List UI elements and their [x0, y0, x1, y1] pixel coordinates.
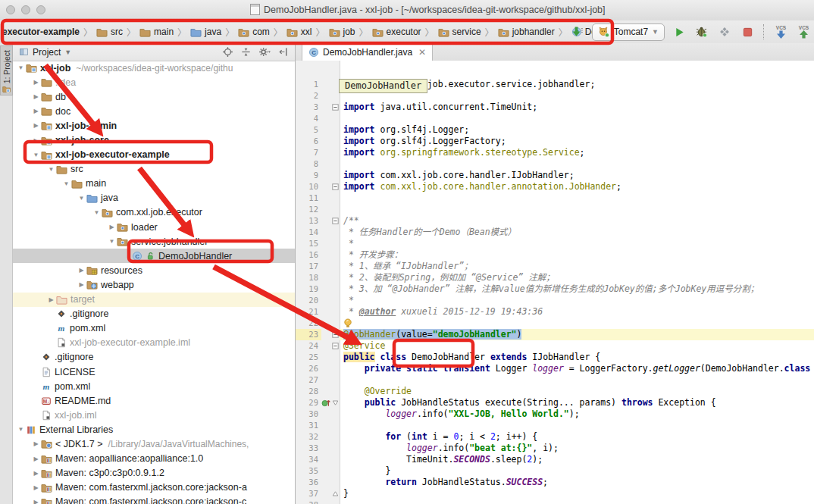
line-number[interactable]: 10 [296, 181, 321, 193]
code-line-26[interactable]: 26 private static transient Logger logge… [296, 363, 814, 374]
line-number[interactable]: 19 [296, 283, 321, 295]
tree-item-com.xxl.job.executor[interactable]: ▼com.xxl.job.executor [13, 205, 295, 220]
code-line-38[interactable]: 38 [296, 499, 814, 504]
code-line-11[interactable]: 11 [296, 193, 814, 204]
code-line-35[interactable]: 35 } [296, 465, 814, 477]
tree-item-readme.md[interactable]: M↓README.md [13, 393, 295, 408]
tree-item-xxl-job[interactable]: ▼xxl-job~/workspaces/idea-git-workspace/… [13, 61, 295, 75]
vcs-commit-button[interactable]: VCS [795, 23, 812, 40]
run-configuration-select[interactable]: Tomcat7 ▼ [592, 23, 665, 41]
collapsed-arrow-icon[interactable]: ▶ [31, 455, 41, 462]
line-number[interactable]: 14 [296, 227, 321, 238]
breadcrumb-item-java[interactable]: java [190, 27, 221, 38]
line-number[interactable]: 16 [296, 249, 321, 261]
expanded-arrow-icon[interactable]: ▼ [46, 166, 56, 173]
line-number[interactable]: 32 [296, 431, 321, 443]
line-number[interactable]: 21 [296, 306, 321, 318]
breadcrumb-item-com[interactable]: com [238, 27, 270, 38]
code-line-13[interactable]: 13/** [296, 215, 814, 227]
code-line-34[interactable]: 34 TimeUnit.SECONDS.sleep(2); [296, 454, 814, 465]
tree-item-.gitignore[interactable]: .gitignore [13, 350, 295, 365]
tree-item-resources[interactable]: ▶resources [13, 263, 295, 277]
tree-item-pom.xml[interactable]: mpom.xml [13, 379, 295, 393]
line-number[interactable]: 1 [296, 79, 321, 90]
code-line-22[interactable]: 22 [296, 318, 814, 329]
breadcrumb-item-service[interactable]: service [438, 27, 481, 38]
tree-item-license[interactable]: LICENSE [13, 365, 295, 379]
line-number[interactable]: 24 [296, 340, 321, 352]
code-line-25[interactable]: 25public class DemoJobHandler extends IJ… [296, 352, 814, 363]
coverage-button[interactable] [716, 23, 733, 40]
code-line-18[interactable]: 18 * 2、装配到Spring，例如加 “@Service” 注解； [296, 272, 814, 283]
tree-item-pom.xml[interactable]: mpom.xml [13, 321, 295, 336]
tree-item-webapp[interactable]: ▶webapp [13, 277, 295, 292]
line-number[interactable]: 35 [296, 465, 321, 477]
code-line-15[interactable]: 15 * [296, 238, 814, 249]
code-line-7[interactable]: 7import org.springframework.stereotype.S… [296, 147, 814, 158]
tree-item-xxl-job-core[interactable]: ▶xxl-job-core [13, 133, 295, 147]
code-line-23[interactable]: 23@JobHander(value="demoJobHandler") [296, 329, 814, 340]
code-line-5[interactable]: 5import org.slf4j.Logger; [296, 124, 814, 136]
line-number[interactable]: 33 [296, 443, 321, 454]
fold-marker-icon[interactable] [330, 183, 340, 190]
tree-item-xxl-job-admin[interactable]: ▶xxl-job-admin [13, 118, 295, 133]
breadcrumb-item-jobhandler[interactable]: jobhandler [498, 27, 555, 38]
code-line-20[interactable]: 20 * [296, 295, 814, 306]
collapsed-arrow-icon[interactable]: ▶ [31, 440, 41, 447]
minimize-window-button[interactable] [21, 5, 30, 14]
code-line-29[interactable]: 29 public JobHandleStatus execute(String… [296, 397, 814, 409]
tree-item-.gitignore[interactable]: .gitignore [13, 307, 295, 321]
line-number[interactable]: 37 [296, 488, 321, 499]
line-number[interactable]: 25 [296, 352, 321, 363]
line-number[interactable]: 22 [296, 318, 321, 329]
run-button[interactable] [671, 23, 687, 40]
collapsed-arrow-icon[interactable]: ▶ [31, 122, 41, 129]
tree-item--jdk1.7-[interactable]: ▶< JDK1.7 >/Library/Java/JavaVirtualMach… [13, 437, 295, 451]
collapsed-arrow-icon[interactable]: ▶ [77, 281, 86, 288]
locate-icon[interactable] [222, 46, 233, 58]
fold-marker-icon[interactable] [330, 218, 340, 224]
code-line-12[interactable]: 12 [296, 204, 814, 215]
fold-marker-icon[interactable] [330, 399, 340, 406]
code-line-32[interactable]: 32 for (int i = 0; i < 2; i++) { [296, 431, 814, 443]
line-number[interactable]: 4 [296, 113, 321, 124]
code-line-19[interactable]: 19 * 3、加 “@JobHander” 注解，注解value值为新增任务生成… [296, 283, 814, 295]
code-line-4[interactable]: 4 [296, 113, 814, 124]
chevron-down-icon[interactable]: ▼ [64, 49, 71, 56]
code-line-3[interactable]: 3import java.util.concurrent.TimeUnit; [296, 102, 814, 113]
expanded-arrow-icon[interactable]: ▼ [92, 209, 102, 216]
code-line-6[interactable]: 6import org.slf4j.LoggerFactory; [296, 136, 814, 147]
code-line-24[interactable]: 24@Service [296, 340, 814, 352]
expanded-arrow-icon[interactable]: ▼ [77, 195, 86, 202]
collapse-all-icon[interactable] [240, 46, 252, 58]
hide-panel-icon[interactable] [277, 46, 289, 58]
line-number[interactable]: 34 [296, 454, 321, 465]
collapsed-arrow-icon[interactable]: ▶ [31, 108, 41, 114]
line-number[interactable]: 38 [296, 499, 321, 504]
expanded-arrow-icon[interactable]: ▼ [31, 152, 41, 158]
tree-item-maven-c3p0-c3p0-0.9.1.2[interactable]: ▶Maven: c3p0:c3p0:0.9.1.2 [13, 466, 295, 481]
tree-item-external-libraries[interactable]: ▼External Libraries [13, 422, 295, 437]
line-number[interactable]: 15 [296, 238, 321, 249]
tab-demojobhandler[interactable]: C DemoJobHandler.java ✕ [302, 43, 433, 61]
code-line-27[interactable]: 27 [296, 374, 814, 386]
stop-button[interactable] [739, 23, 756, 40]
line-number[interactable]: 27 [296, 374, 321, 386]
line-number[interactable]: 6 [296, 136, 321, 147]
tree-item-xxl-job-executor-example[interactable]: ▼xxl-job-executor-example [13, 148, 295, 162]
tree-item-demojobhandler[interactable]: CDemoJobHandler [13, 249, 295, 263]
tree-item-xxl-job-executor-example.iml[interactable]: xxl-job-executor-example.iml [13, 336, 295, 350]
code-line-14[interactable]: 14 * 任务Handler的一个Demo（Bean模式） [296, 227, 814, 238]
tree-item-maven-com.fasterxml.jackson.core-jackson-c[interactable]: ▶Maven: com.fasterxml.jackson.core:jacks… [13, 495, 295, 504]
expanded-arrow-icon[interactable]: ▼ [16, 426, 26, 433]
fold-marker-icon[interactable] [330, 331, 340, 338]
collapsed-arrow-icon[interactable]: ▶ [31, 499, 41, 504]
breadcrumb-item-xxl[interactable]: xxl [286, 27, 312, 38]
tree-item-service.jobhandler[interactable]: ▼service.jobhandler [13, 234, 295, 249]
tree-item-java[interactable]: ▼java [13, 191, 295, 205]
code-line-33[interactable]: 33 logger.info("beat at:{}", i); [296, 443, 814, 454]
code-line-28[interactable]: 28 @Override [296, 386, 814, 397]
debug-button[interactable] [693, 23, 710, 40]
code-line-36[interactable]: 36 return JobHandleStatus.SUCCESS; [296, 477, 814, 488]
line-number[interactable]: 2 [296, 90, 321, 102]
